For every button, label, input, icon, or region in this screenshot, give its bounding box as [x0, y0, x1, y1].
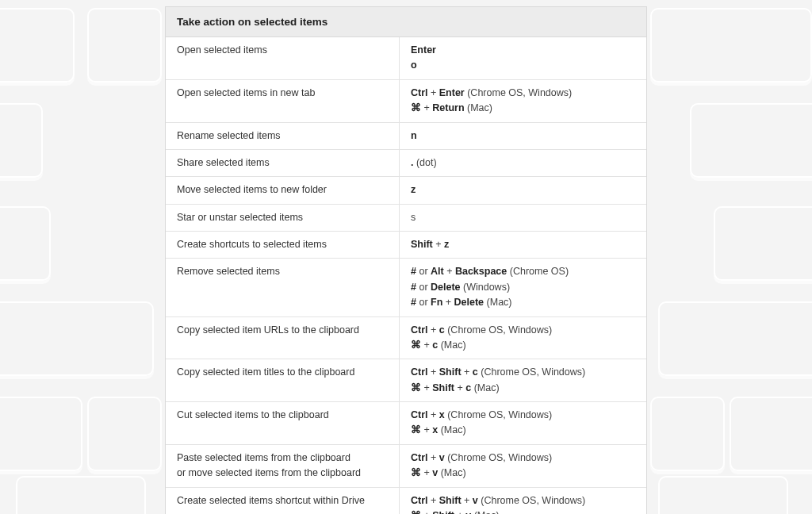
action-cell: Open selected items	[166, 37, 400, 79]
table-row: Share selected items. (dot)	[166, 150, 646, 177]
action-cell: Create selected items shortcut within Dr…	[166, 488, 400, 515]
shortcut-cell: Ctrl + x (Chrome OS, Windows)⌘ + x (Mac)	[400, 402, 646, 444]
action-cell: Cut selected items to the clipboard	[166, 402, 400, 444]
table-row: Open selected itemsEntero	[166, 37, 646, 80]
shortcut-cell: # or Alt + Backspace (Chrome OS)# or Del…	[400, 259, 646, 316]
table-row: Copy selected item URLs to the clipboard…	[166, 317, 646, 360]
table-row: Move selected items to new folderz	[166, 177, 646, 204]
shortcut-cell: z	[400, 177, 646, 203]
shortcut-cell: Ctrl + Shift + v (Chrome OS, Windows)⌘ +…	[400, 488, 646, 515]
action-cell: Copy selected item URLs to the clipboard	[166, 317, 400, 359]
shortcut-cell: Ctrl + Shift + c (Chrome OS, Windows)⌘ +…	[400, 359, 646, 401]
action-cell: Create shortcuts to selected items	[166, 232, 400, 258]
shortcut-cell: Shift + z	[400, 232, 646, 258]
shortcuts-panel: Take action on selected items Open selec…	[165, 6, 647, 514]
action-cell: Open selected items in new tab	[166, 80, 400, 122]
table-row: Star or unstar selected itemss	[166, 205, 646, 232]
shortcut-cell: Ctrl + Enter (Chrome OS, Windows)⌘ + Ret…	[400, 80, 646, 122]
shortcut-cell: Ctrl + v (Chrome OS, Windows)⌘ + v (Mac)	[400, 445, 646, 487]
table-row: Create selected items shortcut within Dr…	[166, 488, 646, 515]
action-cell: Rename selected items	[166, 123, 400, 149]
shortcut-cell: Ctrl + c (Chrome OS, Windows)⌘ + c (Mac)	[400, 317, 646, 359]
table-row: Create shortcuts to selected itemsShift …	[166, 232, 646, 259]
action-cell: Paste selected items from the clipboardo…	[166, 445, 400, 487]
shortcut-cell: n	[400, 123, 646, 149]
shortcut-cell: . (dot)	[400, 150, 646, 176]
table-row: Rename selected itemsn	[166, 123, 646, 150]
action-cell: Remove selected items	[166, 259, 400, 316]
shortcut-cell: s	[400, 205, 646, 231]
shortcuts-table: Open selected itemsEnteroOpen selected i…	[166, 37, 646, 514]
table-row: Paste selected items from the clipboardo…	[166, 445, 646, 488]
action-cell: Star or unstar selected items	[166, 205, 400, 231]
action-cell: Share selected items	[166, 150, 400, 176]
action-cell: Copy selected item titles to the clipboa…	[166, 359, 400, 401]
table-row: Remove selected items# or Alt + Backspac…	[166, 259, 646, 316]
action-cell: Move selected items to new folder	[166, 177, 400, 203]
shortcut-cell: Entero	[400, 37, 646, 79]
panel-header: Take action on selected items	[166, 7, 646, 37]
table-row: Cut selected items to the clipboardCtrl …	[166, 402, 646, 445]
table-row: Open selected items in new tabCtrl + Ent…	[166, 80, 646, 123]
table-row: Copy selected item titles to the clipboa…	[166, 359, 646, 402]
